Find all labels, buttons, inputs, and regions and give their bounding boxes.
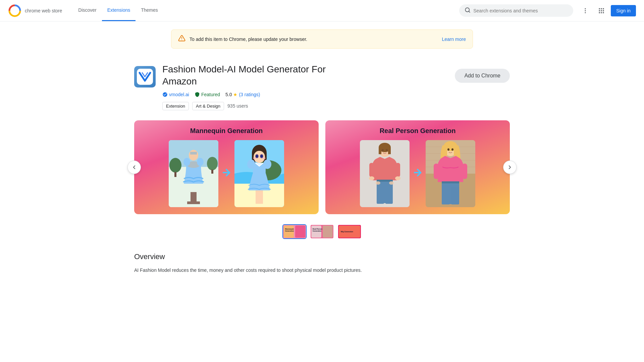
- svg-point-30: [183, 158, 190, 166]
- extension-icon: [134, 66, 156, 87]
- svg-point-6: [585, 12, 586, 13]
- svg-rect-25: [211, 170, 213, 174]
- logo-link[interactable]: chrome web store: [8, 4, 62, 17]
- svg-rect-91: [442, 187, 450, 204]
- header-actions: Sign in: [579, 4, 636, 17]
- extension-info: Fashion Model-AI Model Generator For Ama…: [162, 63, 448, 110]
- banner-message: To add this item to Chrome, please updat…: [190, 37, 438, 42]
- nav-extensions[interactable]: Extensions: [102, 0, 136, 21]
- search-bar: [459, 4, 573, 17]
- svg-text:Generation: Generation: [285, 230, 294, 232]
- svg-point-1: [12, 8, 17, 13]
- svg-rect-7: [599, 8, 600, 9]
- carousel-prev-button[interactable]: [127, 161, 141, 174]
- verified-icon: [162, 92, 168, 97]
- warning-icon: [178, 35, 185, 44]
- apps-button[interactable]: [595, 4, 608, 17]
- extension-meta: vmodel.ai Featured 5.0 ★ (3 ratings): [162, 92, 448, 97]
- svg-point-24: [207, 157, 218, 170]
- svg-rect-68: [385, 187, 393, 204]
- screenshot-carousel: Mannequin Generation: [134, 120, 510, 214]
- sign-in-button[interactable]: Sign in: [611, 5, 636, 16]
- svg-rect-15: [603, 12, 604, 13]
- update-banner: To add this item to Chrome, please updat…: [171, 29, 473, 49]
- featured-badge: Featured: [195, 92, 220, 97]
- svg-point-70: [389, 181, 394, 185]
- person-after-image: [426, 140, 475, 207]
- svg-rect-101: [323, 226, 333, 238]
- svg-point-63: [369, 176, 374, 180]
- ratings-link[interactable]: (3 ratings): [239, 92, 260, 97]
- more-options-button[interactable]: [579, 4, 592, 17]
- extension-header: Fashion Model-AI Model Generator For Ama…: [134, 63, 510, 110]
- svg-point-69: [376, 181, 380, 185]
- category-tag[interactable]: Art & Design: [192, 102, 224, 110]
- featured-icon: [195, 92, 200, 97]
- svg-point-48: [253, 157, 256, 159]
- svg-point-52: [263, 160, 271, 169]
- extension-title: Fashion Model-AI Model Generator For Ama…: [162, 63, 448, 88]
- nav-themes[interactable]: Themes: [136, 0, 163, 21]
- svg-rect-60: [388, 147, 391, 154]
- svg-point-32: [189, 150, 198, 161]
- svg-point-22: [169, 158, 181, 173]
- overview-section: Overview AI Fashion Model reduces the ti…: [134, 252, 510, 274]
- svg-rect-10: [599, 10, 600, 11]
- overview-description: AI Fashion Model reduces the time, money…: [134, 266, 369, 274]
- search-input[interactable]: [473, 8, 568, 13]
- svg-rect-9: [603, 8, 604, 9]
- overview-title: Overview: [134, 252, 510, 261]
- svg-rect-14: [601, 12, 602, 13]
- svg-point-5: [585, 10, 586, 11]
- svg-point-71: [382, 149, 384, 152]
- nav-discover[interactable]: Discover: [73, 0, 102, 21]
- svg-rect-33: [190, 152, 197, 155]
- slide-2-arrow-icon: [412, 167, 423, 180]
- slide-realperson: Real Person Generation: [325, 120, 510, 214]
- svg-text:Wig Generation: Wig Generation: [341, 231, 353, 233]
- svg-rect-92: [451, 187, 459, 204]
- thumbnail-1[interactable]: Mannequin Generation: [282, 224, 307, 239]
- thumbnail-3[interactable]: Wig Generation: [337, 224, 362, 239]
- svg-point-64: [395, 176, 400, 180]
- rating-value: 5.0: [225, 92, 232, 97]
- learn-more-link[interactable]: Learn more: [442, 37, 466, 42]
- svg-point-49: [262, 157, 266, 159]
- svg-point-43: [254, 151, 265, 163]
- svg-rect-11: [601, 10, 602, 11]
- star-icon: ★: [233, 92, 237, 97]
- svg-line-3: [469, 11, 470, 12]
- slide-arrow-icon: [221, 167, 232, 180]
- svg-rect-62: [395, 163, 400, 177]
- featured-label: Featured: [201, 92, 220, 97]
- chrome-logo: [8, 4, 21, 17]
- svg-rect-26: [191, 192, 197, 202]
- carousel-slides: Mannequin Generation: [134, 120, 510, 214]
- svg-rect-96: [295, 226, 305, 238]
- svg-rect-12: [603, 10, 604, 11]
- logo-text: chrome web store: [25, 8, 62, 13]
- svg-rect-66: [377, 180, 393, 182]
- app-header: chrome web store Discover Extensions The…: [0, 0, 644, 21]
- rating-display: 5.0 ★ (3 ratings): [225, 92, 260, 97]
- svg-rect-89: [462, 164, 467, 179]
- svg-rect-88: [434, 164, 439, 179]
- add-to-chrome-button[interactable]: Add to Chrome: [455, 69, 510, 83]
- svg-rect-59: [379, 147, 381, 154]
- svg-rect-54: [259, 190, 263, 204]
- carousel-next-button[interactable]: [503, 161, 517, 174]
- slide-1-images: [169, 139, 284, 209]
- slide-mannequin: Mannequin Generation: [134, 120, 319, 214]
- svg-point-72: [386, 149, 388, 152]
- slide-1-title: Mannequin Generation: [190, 127, 263, 135]
- slide-2-title: Real Person Generation: [380, 127, 456, 135]
- svg-rect-67: [377, 187, 384, 204]
- svg-rect-8: [601, 8, 602, 9]
- type-tag[interactable]: Extension: [162, 102, 189, 110]
- extension-tags: Extension Art & Design 935 users: [162, 102, 448, 110]
- svg-point-46: [256, 155, 258, 158]
- author-name: vmodel.ai: [169, 92, 189, 97]
- thumbnail-2[interactable]: Real Person Generation: [310, 224, 334, 239]
- author-link[interactable]: vmodel.ai: [162, 92, 189, 97]
- svg-rect-23: [174, 172, 176, 177]
